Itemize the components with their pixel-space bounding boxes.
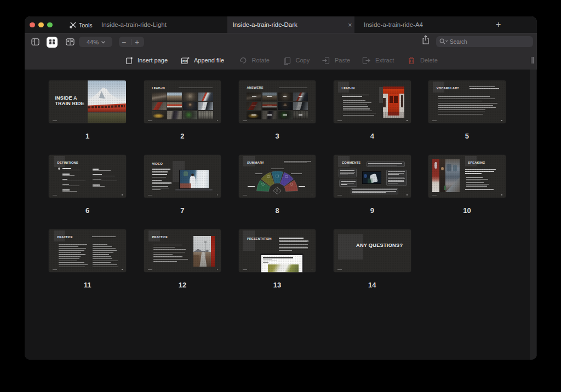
svg-text:PDF: PDF [182,60,187,62]
